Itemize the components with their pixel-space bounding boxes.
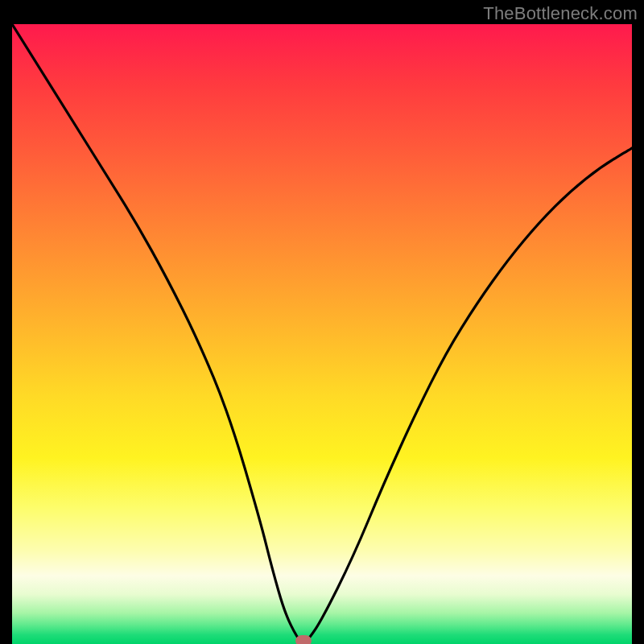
bottleneck-curve [12,24,632,644]
watermark-text: TheBottleneck.com [483,3,638,24]
optimal-point-marker [295,635,312,644]
chart-frame [12,24,632,644]
bottleneck-curve-path [12,24,632,642]
